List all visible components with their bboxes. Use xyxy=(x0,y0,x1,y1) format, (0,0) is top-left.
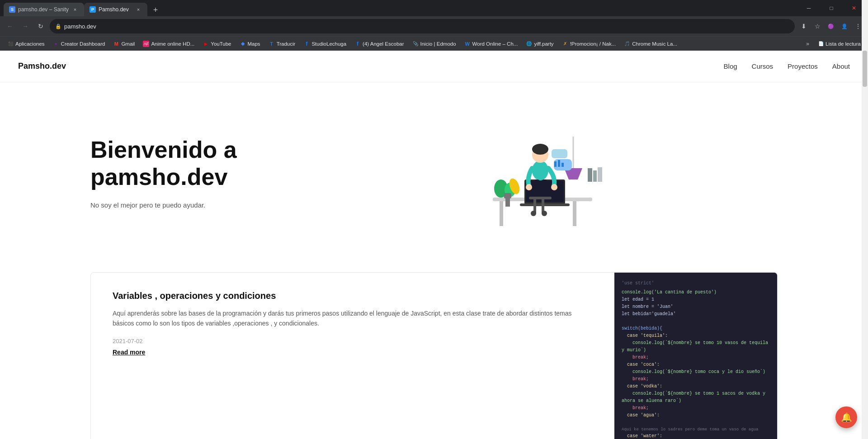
bookmark-anime[interactable]: AF Anime online HD... xyxy=(139,38,198,49)
minimize-button[interactable]: ─ xyxy=(798,0,819,16)
tab-1-close[interactable]: × xyxy=(71,6,79,13)
address-input[interactable]: 🔒 pamsho.dev xyxy=(50,19,795,33)
svg-rect-22 xyxy=(598,167,602,182)
svg-point-10 xyxy=(551,184,557,190)
bookmark-gmail[interactable]: M Gmail xyxy=(109,38,138,49)
edmodo-favicon: 📎 xyxy=(412,41,419,47)
bookmark-edmodo[interactable]: 📎 Inicio | Edmodo xyxy=(409,38,460,49)
anime-label: Anime online HD... xyxy=(151,41,194,47)
back-button[interactable]: ← xyxy=(4,20,16,33)
anime-favicon: AF xyxy=(143,41,149,47)
site-nav: Pamsho.dev Blog Cursos Proyectos About xyxy=(0,51,868,82)
bookmark-chrome-music[interactable]: 🎵 Chrome Music La... xyxy=(620,38,681,49)
notification-bell-icon: 🔔 xyxy=(841,412,852,423)
svg-point-17 xyxy=(542,211,547,216)
svg-rect-31 xyxy=(561,163,564,167)
svg-point-16 xyxy=(531,211,536,216)
bookmark-studiolechuga[interactable]: f StudioLechuga xyxy=(300,38,350,49)
nav-cursos[interactable]: Cursos xyxy=(752,62,774,70)
tab-2-close[interactable]: × xyxy=(135,6,142,13)
new-tab-button[interactable]: + xyxy=(149,4,162,16)
toolbar-icons: ⬇ ☆ 🟣 👤 ⋮ xyxy=(797,20,864,33)
studio-label: StudioLechuga xyxy=(311,41,346,47)
maximize-button[interactable]: □ xyxy=(821,0,842,16)
svg-rect-11 xyxy=(534,179,540,198)
svg-rect-13 xyxy=(529,197,552,199)
angel-label: (4) Angel Escobar xyxy=(363,41,404,47)
notification-fab[interactable]: 🔔 xyxy=(835,406,857,428)
refresh-button[interactable]: ↻ xyxy=(34,20,47,33)
lock-icon: 🔒 xyxy=(55,24,61,29)
yiff-favicon: 🌐 xyxy=(526,41,532,47)
download-icon[interactable]: ⬇ xyxy=(797,20,810,33)
svg-rect-28 xyxy=(552,149,567,158)
svg-rect-29 xyxy=(554,161,557,167)
bookmark-angel[interactable]: f (4) Angel Escobar xyxy=(351,38,407,49)
tab-bar: S pamsho.dev – Sanity × P Pamsho.dev × + xyxy=(4,0,795,16)
creator-label: Creator Dashboard xyxy=(61,41,105,47)
nav-about[interactable]: About xyxy=(832,62,850,70)
svg-point-8 xyxy=(532,144,548,155)
bookmark-word[interactable]: W Word Online – Ch... xyxy=(461,38,522,49)
scrollbar[interactable] xyxy=(862,0,868,439)
chrome-music-label: Chrome Music La... xyxy=(632,41,677,47)
blog-card-image: 'use strict' console.log('La cantina de … xyxy=(614,273,777,439)
blog-card-title: Variables , operaciones y condiciones xyxy=(113,291,593,301)
address-bar: ← → ↻ 🔒 pamsho.dev ⬇ ☆ 🟣 👤 ⋮ xyxy=(0,16,868,36)
bookmarks-overflow[interactable]: » xyxy=(803,41,812,47)
tab-2[interactable]: P Pamsho.dev × xyxy=(84,3,147,16)
bookmark-creator[interactable]: ● Creator Dashboard xyxy=(49,38,109,49)
reading-list-button[interactable]: 📄 Lista de lectura xyxy=(815,38,864,49)
browser-chrome: S pamsho.dev – Sanity × P Pamsho.dev × +… xyxy=(0,0,868,51)
reading-list-label: Lista de lectura xyxy=(826,41,861,47)
tab-1[interactable]: S pamsho.dev – Sanity × xyxy=(4,3,84,16)
gmail-label: Gmail xyxy=(121,41,135,47)
scrollbar-thumb[interactable] xyxy=(863,51,867,87)
youtube-label: YouTube xyxy=(211,41,231,47)
maps-favicon: ◆ xyxy=(240,41,246,47)
window-controls: ─ □ ✕ xyxy=(798,0,864,16)
youtube-favicon: ▶ xyxy=(203,41,209,47)
hero-title: Bienvenido a pamsho.dev xyxy=(90,137,298,191)
yiff-label: yiff.party xyxy=(534,41,553,47)
svg-point-9 xyxy=(526,184,532,190)
hero-illustration xyxy=(298,109,778,236)
star-icon[interactable]: ☆ xyxy=(811,20,824,33)
blog-card-date: 2021-07-02 xyxy=(113,338,593,345)
profile-icon[interactable]: 👤 xyxy=(838,20,851,33)
studio-favicon: f xyxy=(303,41,310,47)
svg-rect-23 xyxy=(505,198,510,207)
svg-rect-30 xyxy=(558,160,560,167)
tab-1-favicon: S xyxy=(9,6,15,13)
hero-section: Bienvenido a pamsho.dev No soy el mejor … xyxy=(0,82,868,263)
bookmark-maps[interactable]: ◆ Maps xyxy=(236,38,264,49)
bookmark-translate[interactable]: T Traducir xyxy=(265,38,299,49)
edmodo-label: Inicio | Edmodo xyxy=(420,41,456,47)
site-nav-links: Blog Cursos Proyectos About xyxy=(724,62,850,70)
extensions-icon[interactable]: 🟣 xyxy=(825,20,837,33)
apps-favicon: ⬛ xyxy=(7,41,14,47)
bookmark-promo[interactable]: ✗ !Promocion¡ / Nak... xyxy=(558,38,620,49)
maps-label: Maps xyxy=(248,41,260,47)
bookmark-youtube[interactable]: ▶ YouTube xyxy=(199,38,235,49)
apps-label: Aplicaciones xyxy=(15,41,45,47)
nav-blog[interactable]: Blog xyxy=(724,62,737,70)
bookmark-yiff[interactable]: 🌐 yiff.party xyxy=(522,38,557,49)
promo-favicon: ✗ xyxy=(562,41,568,47)
forward-button[interactable]: → xyxy=(19,20,32,33)
tab-1-title: pamsho.dev – Sanity xyxy=(18,6,69,13)
svg-rect-26 xyxy=(504,193,511,198)
nav-proyectos[interactable]: Proyectos xyxy=(788,62,818,70)
word-label: Word Online – Ch... xyxy=(472,41,518,47)
bookmark-apps[interactable]: ⬛ Aplicaciones xyxy=(4,38,48,49)
hero-text: Bienvenido a pamsho.dev No soy el mejor … xyxy=(90,137,298,209)
read-more-link[interactable]: Read more xyxy=(113,349,145,356)
tab-2-title: Pamsho.dev xyxy=(99,6,132,13)
translate-favicon: T xyxy=(269,41,275,47)
site-logo[interactable]: Pamsho.dev xyxy=(18,61,66,71)
developer-illustration xyxy=(466,109,610,236)
angel-favicon: f xyxy=(354,41,361,47)
svg-rect-20 xyxy=(588,168,592,182)
url-text: pamsho.dev xyxy=(64,23,789,30)
gmail-favicon: M xyxy=(113,41,119,47)
